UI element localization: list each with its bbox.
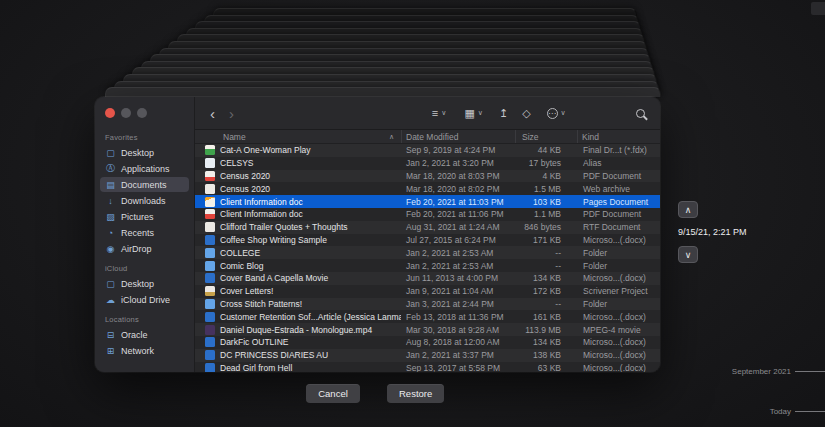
time-machine-screen: Favorites▢DesktopⒶApplications▤Documents… — [0, 0, 825, 427]
sidebar-section-label: Favorites — [95, 126, 194, 144]
view-options-button[interactable]: ≡ ∨ — [432, 107, 447, 119]
file-row[interactable]: Dead Girl from HellSep 13, 2017 at 5:58 … — [195, 362, 660, 372]
back-button[interactable]: ‹ — [205, 106, 220, 121]
more-actions-button[interactable]: ⋯ ∨ — [547, 108, 566, 119]
file-size: 134 KB — [515, 273, 577, 283]
file-row[interactable]: DC PRINCESS DIARIES AUJan 2, 2021 at 3:3… — [195, 349, 660, 362]
forward-button[interactable]: › — [224, 106, 239, 121]
file-size: 44 KB — [515, 145, 577, 155]
file-row[interactable]: DarkFic OUTLINEAug 8, 2018 at 12:00 AM13… — [195, 336, 660, 349]
file-name-cell: DC PRINCESS DIARIES AU — [195, 350, 401, 360]
navigate-forward-in-time-button[interactable]: ∨ — [678, 246, 698, 263]
group-by-button[interactable]: ▦ ∨ — [464, 107, 483, 120]
file-date-modified: Mar 18, 2020 at 8:02 PM — [401, 184, 515, 194]
sidebar-item-documents[interactable]: ▤Documents — [100, 177, 189, 192]
file-row[interactable]: Cover Band A Capella MovieJun 11, 2013 a… — [195, 272, 660, 285]
airdrop-icon: ◉ — [105, 244, 116, 254]
cancel-button[interactable]: Cancel — [306, 384, 360, 403]
scrivener-file-icon — [205, 286, 215, 296]
grid-view-icon: ▦ — [464, 107, 474, 120]
file-row[interactable]: CELSYSJan 2, 2021 at 3:20 PM17 bytesAlia… — [195, 157, 660, 170]
network-icon: ⊞ — [105, 346, 116, 356]
file-name-cell: Clifford Trailer Quotes + Thoughts — [195, 222, 401, 232]
file-row[interactable]: Census 2020Mar 18, 2020 at 8:03 PM4 KBPD… — [195, 170, 660, 183]
file-row[interactable]: Cat-A One-Woman PlaySep 9, 2019 at 4:24 … — [195, 144, 660, 157]
navigate-back-in-time-button[interactable]: ∧ — [678, 201, 698, 218]
sidebar-item-label: iCloud Drive — [121, 295, 170, 305]
file-row[interactable]: Cover Letters!Jan 9, 2021 at 1:04 AM172 … — [195, 285, 660, 298]
desktop-icon: ▢ — [105, 148, 116, 158]
restore-button[interactable]: Restore — [387, 384, 444, 403]
minimize-button[interactable] — [121, 108, 131, 118]
file-name: Client Information doc — [220, 209, 303, 219]
column-header-date-modified[interactable]: Date Modified — [401, 130, 515, 143]
sidebar-item-network[interactable]: ⊞Network — [100, 343, 189, 358]
file-name: Cover Band A Capella Movie — [220, 273, 328, 283]
column-header-name[interactable]: Name ∧ — [195, 130, 401, 143]
close-button[interactable] — [105, 108, 115, 118]
column-header-size[interactable]: Size — [515, 130, 577, 143]
timeline-label: September 2021 — [732, 367, 791, 376]
folder-file-icon — [205, 248, 215, 258]
file-date-modified: Jan 2, 2021 at 3:20 PM — [401, 158, 515, 168]
file-row[interactable]: Comic BlogJan 2, 2021 at 2:53 AM--Folder — [195, 259, 660, 272]
sidebar-item-airdrop[interactable]: ◉AirDrop — [100, 241, 189, 256]
sidebar-item-downloads[interactable]: ↓Downloads — [100, 193, 189, 208]
timeline-tick-today[interactable]: Today — [770, 407, 825, 416]
share-button[interactable]: ↥ — [499, 107, 508, 120]
pdf-file-icon — [205, 171, 215, 181]
search-button[interactable] — [636, 104, 645, 122]
file-row[interactable]: Census 2020Mar 18, 2020 at 8:02 PM1.5 MB… — [195, 182, 660, 195]
sidebar-item-desktop[interactable]: ▢Desktop — [100, 276, 189, 291]
sidebar-item-applications[interactable]: ⒶApplications — [100, 161, 189, 176]
file-kind: Pages Document — [577, 197, 660, 207]
file-size: -- — [515, 299, 577, 309]
file-name: COLLEGE — [220, 248, 260, 258]
sidebar-item-icloud-drive[interactable]: ☁iCloud Drive — [100, 292, 189, 307]
file-size: 161 KB — [515, 312, 577, 322]
file-row[interactable]: Customer Retention Sof...Article (Jessic… — [195, 310, 660, 323]
movie-file-icon — [205, 325, 215, 335]
file-kind: MPEG-4 movie — [577, 325, 660, 335]
timeline-tick-september-2021[interactable]: September 2021 — [732, 367, 825, 376]
file-size: 103 KB — [515, 197, 577, 207]
sidebar-item-recents[interactable]: ◔Recents — [100, 225, 189, 240]
file-name: Customer Retention Sof...Article (Jessic… — [220, 312, 401, 322]
file-date-modified: Jan 2, 2021 at 2:53 AM — [401, 261, 515, 271]
zoom-button[interactable] — [137, 108, 147, 118]
file-size: 63 KB — [515, 363, 577, 372]
file-name: Comic Blog — [220, 261, 263, 271]
file-row[interactable]: Coffee Shop Writing SampleJul 27, 2015 a… — [195, 234, 660, 247]
sidebar-item-label: Network — [121, 346, 154, 356]
file-row[interactable]: Cross Stitch Patterns!Jan 3, 2021 at 2:4… — [195, 298, 660, 311]
file-date-modified: Feb 20, 2021 at 11:06 PM — [401, 209, 515, 219]
file-date-modified: Aug 8, 2018 at 12:00 AM — [401, 337, 515, 347]
word-file-icon — [205, 312, 215, 322]
sidebar-item-desktop[interactable]: ▢Desktop — [100, 145, 189, 160]
file-date-modified: Feb 13, 2018 at 11:36 PM — [401, 312, 515, 322]
file-name-cell: Census 2020 — [195, 171, 401, 181]
sidebar-item-pictures[interactable]: ▨Pictures — [100, 209, 189, 224]
sidebar-item-oracle[interactable]: ⊟Oracle — [100, 327, 189, 342]
word-file-icon — [205, 273, 215, 283]
pictures-icon: ▨ — [105, 212, 116, 222]
finder-window: Favorites▢DesktopⒶApplications▤Documents… — [95, 97, 660, 372]
column-header-name-label: Name — [223, 132, 246, 142]
file-row[interactable]: Client Information docFeb 20, 2021 at 11… — [195, 208, 660, 221]
file-size: 1.1 MB — [515, 209, 577, 219]
file-date-modified: Aug 31, 2021 at 1:24 AM — [401, 222, 515, 232]
file-row[interactable]: Client Information docFeb 20, 2021 at 11… — [195, 195, 660, 208]
file-size: 113.9 MB — [515, 325, 577, 335]
tags-button[interactable]: ◇ — [522, 107, 530, 120]
file-name: DarkFic OUTLINE — [220, 337, 288, 347]
file-row[interactable]: Daniel Duque-Estrada - Monologue.mp4Mar … — [195, 323, 660, 336]
file-row[interactable]: Clifford Trailer Quotes + ThoughtsAug 31… — [195, 221, 660, 234]
file-size: 134 KB — [515, 337, 577, 347]
column-header-kind[interactable]: Kind — [577, 130, 660, 143]
window-controls — [95, 103, 194, 126]
file-kind: Folder — [577, 248, 660, 258]
list-view-icon: ≡ — [432, 107, 438, 119]
file-name-cell: Coffee Shop Writing Sample — [195, 235, 401, 245]
stacked-window-layer[interactable] — [105, 87, 661, 97]
file-row[interactable]: COLLEGEJan 2, 2021 at 2:53 AM--Folder — [195, 246, 660, 259]
